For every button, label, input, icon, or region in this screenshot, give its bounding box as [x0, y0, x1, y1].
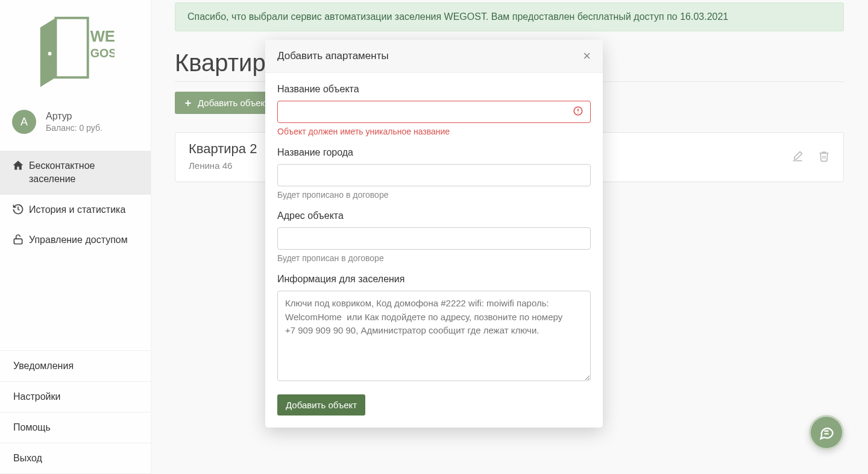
apartment-address: Ленина 46: [189, 160, 257, 171]
sidebar-item-notifications[interactable]: Уведомления: [0, 351, 151, 382]
edit-icon[interactable]: [791, 150, 804, 162]
svg-text:GOST: GOST: [90, 46, 115, 60]
sidebar-item-label: Помощь: [13, 422, 51, 433]
trash-icon[interactable]: [818, 150, 830, 162]
trial-banner: Спасибо, что выбрали сервис автоматизаци…: [175, 2, 844, 31]
name-label: Название объекта: [277, 84, 591, 95]
address-input[interactable]: [277, 227, 591, 250]
svg-point-10: [577, 112, 579, 113]
apartment-title: Квартира 2: [189, 141, 257, 157]
sidebar-item-label: Уведомления: [13, 361, 74, 371]
sidebar-item-history[interactable]: История и статистика: [0, 195, 151, 225]
submit-button[interactable]: Добавить объект: [277, 394, 365, 416]
city-helper: Будет прописано в договоре: [277, 190, 591, 200]
svg-point-2: [48, 52, 52, 55]
plus-icon: [183, 98, 193, 108]
address-label: Адрес объекта: [277, 210, 591, 221]
sidebar-item-label: Бесконтактное заселение: [29, 159, 139, 186]
sidebar-item-access[interactable]: Управление доступом: [0, 225, 151, 255]
modal-header: Добавить апартаменты ×: [265, 40, 603, 73]
sidebar-item-label: История и статистика: [29, 203, 125, 216]
sidebar: WE GOST А Артур Баланс: 0 руб. Бесконтак…: [0, 0, 151, 474]
user-balance: Баланс: 0 руб.: [46, 123, 102, 133]
avatar: А: [12, 110, 36, 134]
wegost-logo-icon: WE GOST: [36, 7, 115, 96]
svg-text:WE: WE: [90, 28, 115, 45]
home-icon: [12, 159, 24, 171]
user-block: А Артур Баланс: 0 руб.: [0, 106, 151, 142]
city-label: Название города: [277, 147, 591, 158]
svg-marker-1: [40, 18, 56, 87]
name-error: Объект должен иметь уникальное название: [277, 127, 591, 136]
svg-rect-0: [55, 18, 87, 78]
error-icon: [573, 106, 583, 119]
unlock-icon: [12, 233, 24, 245]
city-input[interactable]: [277, 164, 591, 186]
info-label: Информация для заселения: [277, 274, 591, 285]
address-helper: Будет прописан в договоре: [277, 253, 591, 263]
modal-title: Добавить апартаменты: [277, 50, 389, 62]
chat-icon: [818, 424, 835, 441]
sidebar-item-label: Настройки: [13, 391, 60, 402]
add-object-button[interactable]: Добавить объект: [175, 92, 277, 114]
close-icon[interactable]: ×: [583, 49, 591, 63]
add-apartment-modal: Добавить апартаменты × Название объекта …: [265, 40, 603, 428]
sidebar-item-help[interactable]: Помощь: [0, 412, 151, 443]
sidebar-item-label: Управление доступом: [29, 233, 128, 247]
info-textarea[interactable]: [277, 291, 591, 381]
user-name: Артур: [46, 111, 102, 122]
chat-button[interactable]: [809, 415, 844, 450]
add-object-label: Добавить объект: [198, 98, 269, 108]
history-icon: [12, 203, 24, 215]
name-input[interactable]: [277, 101, 591, 123]
nav-bottom: Уведомления Настройки Помощь Выход: [0, 350, 151, 474]
nav-main: Бесконтактное заселение История и статис…: [0, 151, 151, 256]
sidebar-item-label: Выход: [13, 453, 42, 464]
svg-rect-5: [14, 239, 22, 244]
sidebar-item-settings[interactable]: Настройки: [0, 382, 151, 412]
sidebar-item-logout[interactable]: Выход: [0, 443, 151, 474]
logo: WE GOST: [0, 0, 151, 106]
sidebar-item-contactless[interactable]: Бесконтактное заселение: [0, 151, 151, 195]
